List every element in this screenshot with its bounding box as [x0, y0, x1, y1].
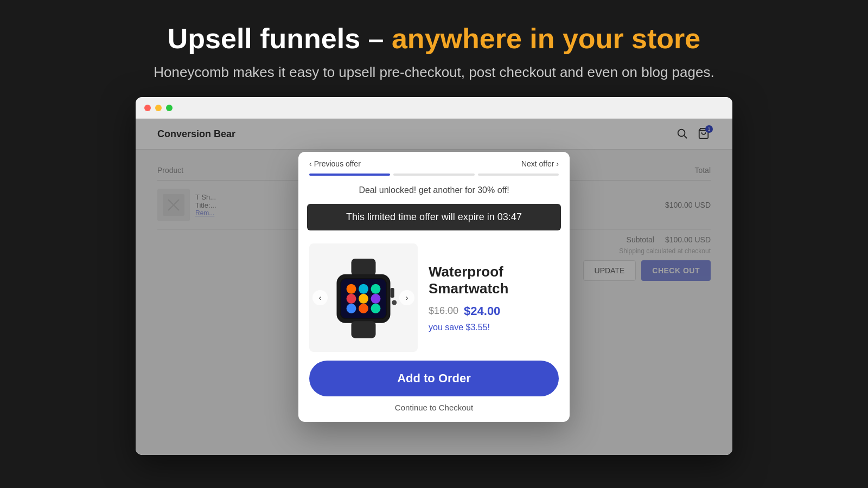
modal-nav: ‹ Previous offer Next offer › [298, 152, 570, 168]
product-details: Waterproof Smartwatch $16.00 $24.00 you … [429, 264, 559, 332]
svg-point-13 [347, 294, 356, 304]
svg-point-10 [347, 284, 356, 294]
browser-dot-yellow [155, 105, 162, 111]
progress-bars [298, 168, 570, 181]
svg-point-16 [347, 304, 356, 313]
svg-point-12 [371, 284, 381, 294]
add-to-order-button[interactable]: Add to Order [309, 361, 559, 396]
deal-text: Deal unlocked! get another for 30% off! [298, 181, 570, 200]
hero-title: Upsell funnels – anywhere in your store [11, 22, 857, 55]
svg-point-18 [371, 304, 381, 313]
browser-dot-red [144, 105, 151, 111]
progress-bar-1 [309, 174, 390, 176]
hero-title-highlight: anywhere in your store [392, 23, 700, 54]
timer-bar: This limited time offer will expire in 0… [307, 204, 561, 230]
continue-to-checkout-link[interactable]: Continue to Checkout [298, 403, 570, 422]
product-image-container: ‹ › [309, 243, 418, 352]
svg-rect-6 [352, 259, 376, 276]
savings-text: you save $3.55! [429, 323, 559, 332]
price-row: $16.00 $24.00 [429, 304, 559, 318]
browser-dot-green [166, 105, 173, 111]
next-offer-button[interactable]: Next offer › [521, 159, 559, 168]
hero-title-part1: Upsell funnels – [168, 23, 392, 54]
browser-chrome [136, 97, 732, 119]
browser-content: Conversion Bear 1 [136, 119, 732, 455]
original-price: $16.00 [429, 305, 458, 317]
progress-bar-2 [393, 174, 474, 176]
next-offer-label: Next offer [521, 159, 554, 168]
hero-subtitle: Honeycomb makes it easy to upsell pre-ch… [11, 64, 857, 81]
product-name: Waterproof Smartwatch [429, 264, 559, 297]
prev-offer-button[interactable]: ‹ Previous offer [309, 159, 361, 168]
svg-rect-19 [352, 322, 376, 339]
prev-offer-label: Previous offer [314, 159, 361, 168]
product-name-line1: Waterproof [429, 264, 503, 280]
modal-overlay: ‹ Previous offer Next offer › Deal unloc… [136, 119, 732, 455]
chevron-right-icon: › [556, 159, 559, 168]
svg-point-14 [359, 294, 368, 304]
image-prev-button[interactable]: ‹ [312, 290, 328, 305]
svg-point-15 [371, 294, 381, 304]
progress-bar-3 [478, 174, 559, 176]
svg-rect-20 [391, 288, 394, 298]
sale-price: $24.00 [464, 304, 500, 318]
svg-point-21 [392, 300, 397, 305]
upsell-modal: ‹ Previous offer Next offer › Deal unloc… [298, 152, 570, 422]
svg-point-17 [359, 304, 368, 313]
product-name-line2: Smartwatch [429, 280, 508, 297]
chevron-left-icon: ‹ [309, 159, 312, 168]
image-next-button[interactable]: › [399, 290, 414, 305]
svg-point-11 [359, 284, 368, 294]
product-section: ‹ › Waterproof Smartwatch $16.00 $24.00 [298, 235, 570, 361]
browser-window: Conversion Bear 1 [136, 97, 732, 455]
hero-section: Upsell funnels – anywhere in your store … [0, 0, 868, 97]
